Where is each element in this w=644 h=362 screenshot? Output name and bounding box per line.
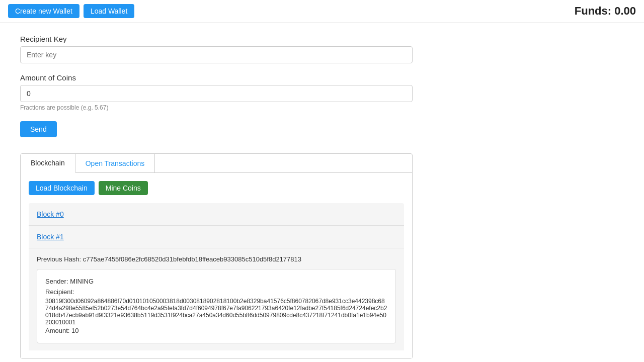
recipient-key-group: Recipient Key	[20, 35, 624, 63]
sender-line: Sender: MINING	[45, 277, 387, 287]
tabs-container: Blockchain Open Transactions Load Blockc…	[20, 153, 413, 359]
load-wallet-button[interactable]: Load Wallet	[84, 4, 134, 18]
block-0-item: Block #0	[29, 203, 404, 226]
tabs-body: Load Blockchain Mine Coins Block #0 Bloc…	[21, 173, 412, 358]
funds-display: Funds: 0.00	[575, 5, 636, 18]
block-1-item: Block #1	[29, 226, 404, 248]
tab-open-transactions[interactable]: Open Transactions	[75, 154, 155, 172]
send-button[interactable]: Send	[20, 121, 57, 137]
recipient-key-label: Recipient Key	[20, 35, 624, 43]
create-wallet-button[interactable]: Create new Wallet	[8, 4, 79, 18]
tabs-header: Blockchain Open Transactions	[21, 154, 412, 173]
load-blockchain-button[interactable]: Load Blockchain	[29, 181, 95, 195]
sender-label: Sender:	[45, 278, 68, 285]
amount-line: Amount: 10	[45, 326, 387, 336]
amount-coins-label: Amount of Coins	[20, 73, 624, 82]
main-content: Recipient Key Amount of Coins Fractions …	[0, 23, 644, 362]
recipient-key-input[interactable]	[20, 46, 413, 63]
tab-blockchain[interactable]: Blockchain	[21, 154, 75, 173]
sender-value: MINING	[70, 278, 94, 285]
transaction-box: Sender: MINING Recipient: 30819f300d0609…	[37, 269, 396, 343]
top-bar: Create new Wallet Load Wallet Funds: 0.0…	[0, 0, 644, 23]
prev-hash-line: Previous Hash: c775ae7455f086e2fc68520d3…	[37, 255, 396, 263]
amount-label: Amount:	[45, 327, 69, 334]
block-1-link[interactable]: Block #1	[37, 233, 64, 241]
prev-hash-label: Previous Hash:	[37, 255, 81, 263]
block-1-detail: Previous Hash: c775ae7455f086e2fc68520d3…	[29, 248, 404, 350]
recipient-label: Recipient:	[45, 288, 74, 296]
mine-coins-button[interactable]: Mine Coins	[99, 181, 148, 195]
recipient-value: 30819f300d06092a864886f70d01010105000381…	[45, 298, 387, 326]
amount-hint: Fractions are possible (e.g. 5.67)	[20, 104, 624, 111]
amount-coins-group: Amount of Coins Fractions are possible (…	[20, 73, 624, 111]
prev-hash-value: c775ae7455f086e2fc68520d31bfebfdb18ffeac…	[83, 255, 301, 263]
recipient-line: Recipient:	[45, 287, 387, 298]
amount-value: 10	[71, 327, 78, 334]
wallet-actions: Create new Wallet Load Wallet	[8, 4, 134, 18]
amount-coins-input[interactable]	[20, 85, 413, 102]
block-0-link[interactable]: Block #0	[37, 210, 64, 218]
blockchain-content: Block #0 Block #1 Previous Hash: c775ae7…	[29, 203, 404, 350]
blockchain-action-buttons: Load Blockchain Mine Coins	[29, 181, 404, 195]
